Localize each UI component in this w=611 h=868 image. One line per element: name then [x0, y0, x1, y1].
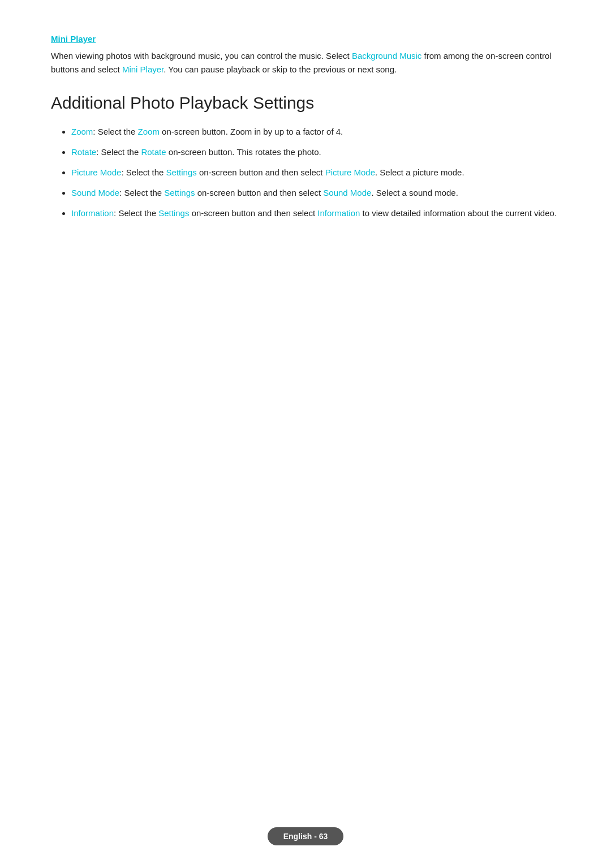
page-footer: English - 63 [0, 827, 611, 845]
rotate-link1[interactable]: Rotate [71, 147, 96, 157]
information-link3[interactable]: Information [317, 208, 360, 218]
picture-mode-middle: on-screen button and then select [197, 167, 325, 177]
information-rest: to view detailed information about the c… [360, 208, 557, 218]
settings-link-sound[interactable]: Settings [164, 188, 195, 197]
background-music-link[interactable]: Background Music [352, 51, 421, 61]
picture-mode-link3[interactable]: Picture Mode [325, 167, 375, 177]
mini-player-desc-part3: . You can pause playback or skip to the … [163, 65, 397, 74]
rotate-colon: : Select the [96, 147, 141, 157]
zoom-colon: : Select the [93, 127, 137, 136]
mini-player-desc-part1: When viewing photos with background musi… [51, 51, 352, 61]
information-colon: : Select the [114, 208, 158, 218]
page-content: Mini Player When viewing photos with bac… [0, 0, 611, 283]
list-item: Picture Mode: Select the Settings on-scr… [71, 166, 560, 179]
picture-mode-colon: : Select the [121, 167, 166, 177]
mini-player-description: When viewing photos with background musi… [51, 49, 560, 76]
information-middle: on-screen button and then select [189, 208, 317, 218]
zoom-link2[interactable]: Zoom [138, 127, 160, 136]
picture-mode-link1[interactable]: Picture Mode [71, 167, 121, 177]
list-item: Rotate: Select the Rotate on-screen butt… [71, 145, 560, 159]
list-item: Sound Mode: Select the Settings on-scree… [71, 186, 560, 200]
picture-mode-rest: . Select a picture mode. [375, 167, 464, 177]
rotate-rest: on-screen button. This rotates the photo… [166, 147, 321, 157]
zoom-rest: on-screen button. Zoom in by up to a fac… [160, 127, 343, 136]
mini-player-section: Mini Player When viewing photos with bac… [51, 34, 560, 76]
sound-mode-link3[interactable]: Sound Mode [323, 188, 371, 197]
list-item: Information: Select the Settings on-scre… [71, 207, 560, 220]
list-item: Zoom: Select the Zoom on-screen button. … [71, 125, 560, 139]
page-number-badge: English - 63 [268, 827, 344, 845]
rotate-link2[interactable]: Rotate [141, 147, 166, 157]
settings-list: Zoom: Select the Zoom on-screen button. … [51, 125, 560, 220]
additional-section-heading: Additional Photo Playback Settings [51, 93, 560, 113]
settings-link-picture[interactable]: Settings [166, 167, 197, 177]
sound-mode-middle: on-screen button and then select [195, 188, 324, 197]
sound-mode-link1[interactable]: Sound Mode [71, 188, 119, 197]
zoom-link1[interactable]: Zoom [71, 127, 93, 136]
additional-section: Additional Photo Playback Settings Zoom:… [51, 93, 560, 220]
information-link1[interactable]: Information [71, 208, 114, 218]
settings-link-info[interactable]: Settings [158, 208, 189, 218]
mini-player-heading: Mini Player [51, 34, 560, 44]
mini-player-link-inline[interactable]: Mini Player [122, 65, 163, 74]
sound-mode-colon: : Select the [119, 188, 164, 197]
sound-mode-rest: . Select a sound mode. [371, 188, 458, 197]
